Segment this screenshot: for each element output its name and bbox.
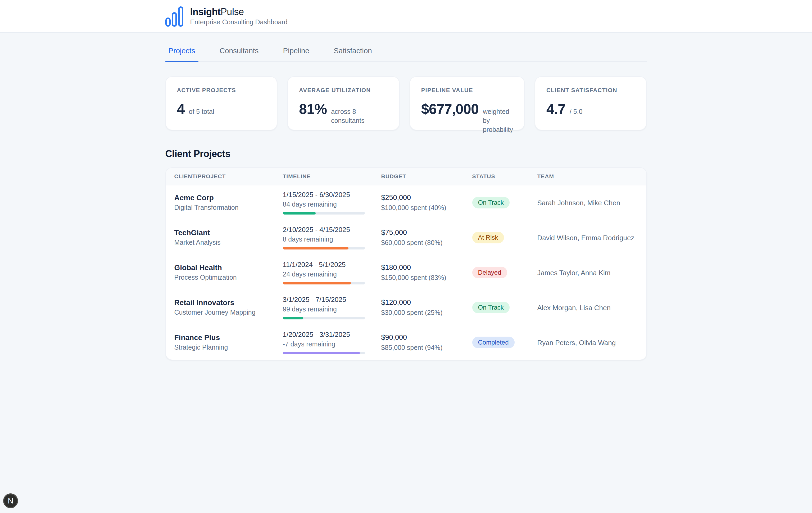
column-header-team: TEAM (529, 168, 646, 185)
stat-suffix: weighted by probability (483, 107, 513, 134)
budget-amount: $250,000 (381, 194, 460, 202)
column-header-status: STATUS (464, 168, 529, 185)
budget-cell: $90,000 $85,000 spent (94%) (373, 328, 464, 357)
table-header-row: CLIENT/PROJECT TIMELINE BUDGET STATUS TE… (166, 168, 646, 185)
progress-track (283, 282, 365, 285)
tab-projects[interactable]: Projects (165, 41, 198, 61)
team-names: James Taylor, Anna Kim (538, 269, 611, 277)
progress-fill (283, 212, 316, 215)
dev-badge-letter: N (8, 496, 13, 505)
client-name: Retail Innovators (174, 298, 270, 307)
stat-value: $677,000 (421, 101, 478, 117)
timeline-dates: 1/20/2025 - 3/31/2025 (283, 330, 369, 339)
status-cell: On Track (464, 296, 529, 319)
stat-card-average-utilization: AVERAGE UTILIZATION 81% across 8 consult… (287, 76, 400, 130)
timeline-cell: 2/10/2025 - 4/15/2025 8 days remaining (274, 220, 373, 255)
progress-track (283, 247, 365, 249)
column-header-timeline: TIMELINE (274, 168, 373, 185)
tab-pipeline[interactable]: Pipeline (280, 41, 313, 61)
timeline-dates: 3/1/2025 - 7/15/2025 (283, 296, 369, 304)
timeline-cell: 1/15/2025 - 6/30/2025 84 days remaining (274, 185, 373, 220)
team-names: Ryan Peters, Olivia Wang (538, 339, 616, 347)
budget-spent: $60,000 spent (80%) (381, 239, 460, 247)
progress-track (283, 317, 365, 319)
status-badge: Completed (472, 336, 515, 348)
stat-label: CLIENT SATISFACTION (546, 87, 635, 94)
budget-spent: $30,000 spent (25%) (381, 309, 460, 317)
client-name: Acme Corp (174, 194, 270, 202)
stat-suffix: / 5.0 (570, 107, 583, 116)
budget-cell: $180,000 $150,000 spent (83%) (373, 258, 464, 287)
team-cell: Ryan Peters, Olivia Wang (529, 332, 646, 352)
budget-amount: $75,000 (381, 228, 460, 237)
stat-label: PIPELINE VALUE (421, 87, 513, 94)
stat-card-client-satisfaction: CLIENT SATISFACTION 4.7 / 5.0 (535, 76, 647, 130)
table-row: Finance Plus Strategic Planning 1/20/202… (166, 325, 646, 360)
column-header-budget: BUDGET (373, 168, 464, 185)
status-badge: At Risk (472, 232, 504, 243)
budget-amount: $90,000 (381, 333, 460, 342)
client-name: Global Health (174, 264, 270, 272)
table-row: Global Health Process Optimization 11/1/… (166, 255, 646, 290)
status-cell: Delayed (464, 262, 529, 284)
team-cell: Alex Morgan, Lisa Chen (529, 297, 646, 318)
project-name: Process Optimization (174, 274, 270, 281)
client-project-cell: TechGiant Market Analysis (166, 223, 274, 251)
status-badge: On Track (472, 302, 510, 313)
team-cell: Sarah Johnson, Mike Chen (529, 192, 646, 213)
table-row: Acme Corp Digital Transformation 1/15/20… (166, 185, 646, 220)
client-name: TechGiant (174, 228, 270, 237)
team-cell: David Wilson, Emma Rodriguez (529, 227, 646, 248)
client-projects-table: CLIENT/PROJECT TIMELINE BUDGET STATUS TE… (165, 167, 647, 360)
section-title: Client Projects (165, 148, 647, 159)
timeline-cell: 3/1/2025 - 7/15/2025 99 days remaining (274, 290, 373, 325)
table-row: TechGiant Market Analysis 2/10/2025 - 4/… (166, 220, 646, 255)
team-cell: James Taylor, Anna Kim (529, 262, 646, 282)
stat-suffix: across 8 consultants (331, 107, 388, 125)
team-names: David Wilson, Emma Rodriguez (538, 234, 635, 242)
budget-cell: $75,000 $60,000 spent (80%) (373, 223, 464, 252)
timeline-dates: 11/1/2024 - 5/1/2025 (283, 261, 369, 269)
status-badge: On Track (472, 197, 510, 209)
progress-track (283, 212, 365, 215)
tab-bar: Projects Consultants Pipeline Satisfacti… (165, 41, 647, 62)
nextjs-dev-badge[interactable]: N (3, 493, 18, 508)
timeline-cell: 11/1/2024 - 5/1/2025 24 days remaining (274, 255, 373, 290)
budget-amount: $120,000 (381, 298, 460, 307)
budget-cell: $120,000 $30,000 spent (25%) (373, 293, 464, 322)
timeline-remaining: 84 days remaining (283, 200, 369, 208)
timeline-remaining: 99 days remaining (283, 305, 369, 313)
client-project-cell: Global Health Process Optimization (166, 258, 274, 287)
app-window: InsightPulse Enterprise Consulting Dashb… (0, 0, 812, 513)
client-project-cell: Acme Corp Digital Transformation (166, 188, 274, 217)
bar-chart-logo-icon (165, 5, 183, 27)
timeline-dates: 1/15/2025 - 6/30/2025 (283, 191, 369, 199)
progress-fill (283, 317, 303, 319)
status-cell: Completed (464, 331, 529, 354)
app-subtitle: Enterprise Consulting Dashboard (190, 18, 288, 26)
tab-satisfaction[interactable]: Satisfaction (330, 41, 375, 61)
stat-suffix: of 5 total (189, 107, 214, 116)
progress-track (283, 352, 365, 354)
project-name: Strategic Planning (174, 344, 270, 351)
status-cell: At Risk (464, 226, 529, 249)
budget-amount: $180,000 (381, 264, 460, 272)
timeline-cell: 1/20/2025 - 3/31/2025 -7 days remaining (274, 325, 373, 360)
stat-value: 4.7 (546, 101, 566, 117)
stat-label: ACTIVE PROJECTS (177, 87, 266, 94)
team-names: Alex Morgan, Lisa Chen (538, 304, 611, 312)
budget-spent: $85,000 spent (94%) (381, 344, 460, 351)
progress-fill (283, 282, 351, 285)
budget-spent: $150,000 spent (83%) (381, 274, 460, 281)
column-header-client-project: CLIENT/PROJECT (166, 168, 274, 185)
stat-value: 4 (177, 101, 185, 117)
project-name: Digital Transformation (174, 204, 270, 211)
tab-consultants[interactable]: Consultants (216, 41, 262, 61)
budget-cell: $250,000 $100,000 spent (40%) (373, 188, 464, 217)
project-name: Customer Journey Mapping (174, 308, 270, 316)
client-project-cell: Finance Plus Strategic Planning (166, 328, 274, 356)
table-row: Retail Innovators Customer Journey Mappi… (166, 290, 646, 325)
status-badge: Delayed (472, 267, 507, 278)
budget-spent: $100,000 spent (40%) (381, 204, 460, 212)
timeline-remaining: -7 days remaining (283, 340, 369, 348)
